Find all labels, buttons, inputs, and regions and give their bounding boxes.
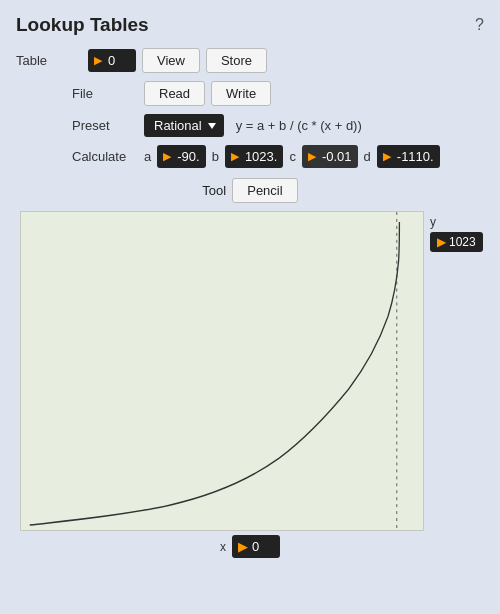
formula-text: y = a + b / (c * (x + d)) [236, 118, 362, 133]
help-button[interactable]: ? [475, 16, 484, 34]
param-c-input[interactable]: ▶ -0.01 [302, 145, 358, 168]
chart-svg [21, 212, 423, 530]
store-button[interactable]: Store [206, 48, 267, 73]
tool-row: Tool Pencil [16, 178, 484, 203]
calculate-row: Calculate a ▶ -90. b ▶ 1023. c ▶ -0.01 d… [72, 145, 484, 168]
param-c-label: c [289, 149, 296, 164]
x-axis-row: x ▶ 0 [20, 535, 480, 558]
y-axis-label: y [430, 215, 436, 229]
param-a-value: -90. [177, 149, 199, 164]
y-value-display[interactable]: ▶ 1023 [430, 232, 483, 252]
read-button[interactable]: Read [144, 81, 205, 106]
preset-label: Preset [72, 118, 144, 133]
param-a-input[interactable]: ▶ -90. [157, 145, 205, 168]
file-row: File Read Write [72, 81, 484, 106]
write-button[interactable]: Write [211, 81, 271, 106]
param-d-value: -1110. [397, 149, 434, 164]
page-title: Lookup Tables [16, 14, 149, 36]
preset-dropdown[interactable]: Rational [144, 114, 224, 137]
x-value-display[interactable]: ▶ 0 [232, 535, 280, 558]
tool-label: Tool [202, 183, 226, 198]
param-d-label: d [364, 149, 371, 164]
param-b-value: 1023. [245, 149, 278, 164]
table-label: Table [16, 53, 88, 68]
param-b-arrow-icon: ▶ [231, 150, 239, 163]
param-b-label: b [212, 149, 219, 164]
table-row: Table ▶ 0 View Store [16, 48, 484, 73]
table-value-input[interactable]: ▶ 0 [88, 49, 136, 72]
params-row: a ▶ -90. b ▶ 1023. c ▶ -0.01 d ▶ -1110. [144, 145, 440, 168]
preset-row: Preset Rational y = a + b / (c * (x + d)… [72, 114, 484, 137]
y-value: 1023 [449, 235, 476, 249]
header: Lookup Tables ? [16, 14, 484, 36]
pencil-button[interactable]: Pencil [232, 178, 297, 203]
param-c-value: -0.01 [322, 149, 352, 164]
view-button[interactable]: View [142, 48, 200, 73]
y-arrow-icon: ▶ [437, 235, 446, 249]
calculate-label: Calculate [72, 149, 144, 164]
param-d-arrow-icon: ▶ [383, 150, 391, 163]
file-label: File [72, 86, 144, 101]
chevron-down-icon [208, 123, 216, 129]
table-value: 0 [108, 53, 115, 68]
param-c-arrow-icon: ▶ [308, 150, 316, 163]
param-a-arrow-icon: ▶ [163, 150, 171, 163]
table-arrow-icon: ▶ [94, 54, 102, 67]
param-b-input[interactable]: ▶ 1023. [225, 145, 284, 168]
preset-value: Rational [154, 118, 202, 133]
chart-bg [20, 211, 424, 531]
x-arrow-icon: ▶ [238, 539, 248, 554]
param-d-input[interactable]: ▶ -1110. [377, 145, 440, 168]
chart-area: y ▶ 1023 x ▶ 0 [20, 211, 480, 558]
x-value: 0 [252, 539, 259, 554]
page-container: Lookup Tables ? Table ▶ 0 View Store Fil… [0, 0, 500, 574]
preset-dropdown-button[interactable]: Rational [144, 114, 224, 137]
x-axis-label: x [220, 540, 226, 554]
param-a-label: a [144, 149, 151, 164]
